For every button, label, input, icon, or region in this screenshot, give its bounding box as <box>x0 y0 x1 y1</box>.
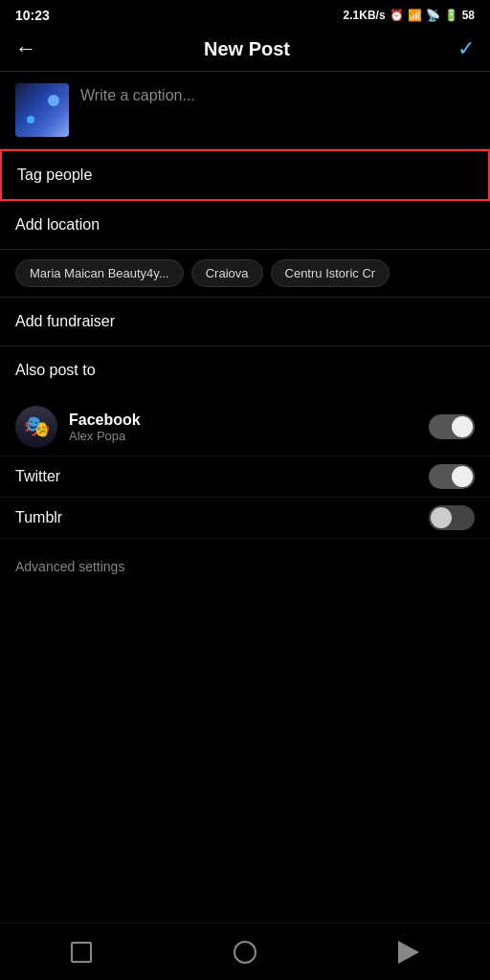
location-chip-2[interactable]: Centru Istoric Cr <box>271 259 390 287</box>
wifi-icon: 📡 <box>426 9 440 22</box>
nav-home[interactable] <box>234 941 256 964</box>
tag-people-label: Tag people <box>17 167 92 183</box>
twitter-platform: Twitter <box>15 468 60 485</box>
caption-area: Write a caption... <box>0 72 490 149</box>
tag-people-row[interactable]: Tag people <box>0 149 490 201</box>
facebook-info: 🎭 Facebook Alex Popa <box>15 406 141 448</box>
circle-icon <box>234 941 256 964</box>
post-thumbnail <box>15 83 69 137</box>
nav-back[interactable] <box>398 941 419 964</box>
nav-bar <box>0 923 490 980</box>
avatar-image: 🎭 <box>15 406 57 448</box>
also-post-title: Also post to <box>15 362 475 379</box>
add-location-label: Add location <box>15 216 100 233</box>
advanced-settings-row[interactable]: Advanced settings <box>0 539 490 594</box>
twitter-info: Twitter <box>15 468 60 485</box>
battery-icon: 🔋 <box>444 9 458 22</box>
back-button[interactable]: ← <box>15 36 36 61</box>
facebook-platform: Facebook <box>69 412 141 429</box>
page-title: New Post <box>204 38 290 60</box>
confirm-button[interactable]: ✓ <box>457 36 475 61</box>
status-icons: 2.1KB/s ⏰ 📶 📡 🔋 58 <box>344 9 475 22</box>
battery-level: 58 <box>462 9 475 22</box>
tumblr-platform: Tumblr <box>15 509 62 526</box>
facebook-toggle[interactable] <box>429 414 475 439</box>
toggle-knob <box>452 416 473 437</box>
status-bar: 10:23 2.1KB/s ⏰ 📶 📡 🔋 58 <box>0 0 490 27</box>
toggle-knob-twitter <box>452 466 473 487</box>
location-suggestions: Maria Maican Beauty4y... Craiova Centru … <box>0 250 490 298</box>
location-chip-1[interactable]: Craiova <box>191 259 263 287</box>
nav-recent-apps[interactable] <box>71 942 92 963</box>
thumbnail-image <box>15 83 69 137</box>
facebook-details: Facebook Alex Popa <box>69 412 141 443</box>
tumblr-row: Tumblr <box>0 498 490 539</box>
facebook-avatar: 🎭 <box>15 406 57 448</box>
also-post-section: Also post to <box>0 346 490 398</box>
add-fundraiser-row[interactable]: Add fundraiser <box>0 298 490 346</box>
tumblr-toggle[interactable] <box>429 505 475 530</box>
tumblr-info: Tumblr <box>15 509 62 526</box>
add-location-row[interactable]: Add location <box>0 201 490 250</box>
twitter-toggle[interactable] <box>429 464 475 489</box>
advanced-settings-label: Advanced settings <box>15 559 124 574</box>
alarm-icon: ⏰ <box>390 9 404 22</box>
facebook-row: 🎭 Facebook Alex Popa <box>0 398 490 457</box>
caption-input[interactable]: Write a caption... <box>80 83 195 104</box>
thumbnail-dot2 <box>27 116 34 123</box>
twitter-row: Twitter <box>0 457 490 498</box>
location-chip-0[interactable]: Maria Maican Beauty4y... <box>15 259 184 287</box>
signal-icon: 📶 <box>408 9 422 22</box>
network-speed: 2.1KB/s <box>344 9 386 22</box>
facebook-username: Alex Popa <box>69 429 141 443</box>
square-icon <box>71 942 92 963</box>
triangle-icon <box>398 941 419 964</box>
header: ← New Post ✓ <box>0 27 490 72</box>
status-time: 10:23 <box>15 8 50 23</box>
add-fundraiser-label: Add fundraiser <box>15 313 115 329</box>
thumbnail-dot <box>48 95 59 106</box>
toggle-knob-tumblr <box>431 507 452 528</box>
